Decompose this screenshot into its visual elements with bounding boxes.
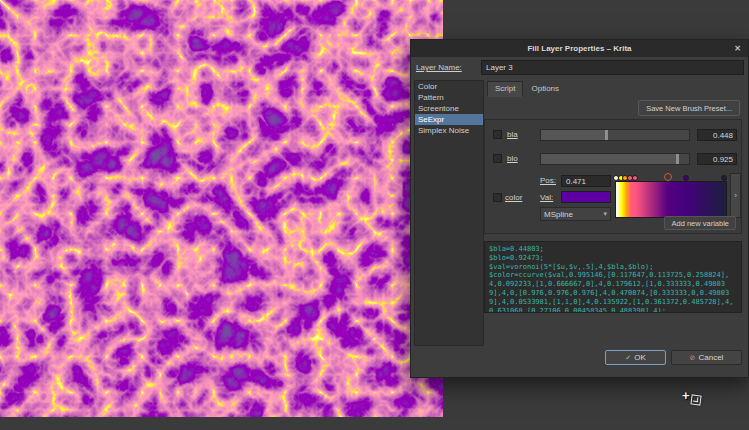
bla-label: bla xyxy=(507,130,518,139)
list-item-simplex-noise[interactable]: Simplex Noise xyxy=(415,125,483,136)
save-new-brush-preset-button[interactable]: Save New Brush Preset... xyxy=(638,100,740,116)
list-item-seexpr[interactable]: SeExpr xyxy=(415,114,483,125)
color-label: color xyxy=(505,193,522,202)
gradient-stop-marker[interactable] xyxy=(664,173,672,181)
interpolation-value: MSpline xyxy=(544,210,573,219)
cancel-button-label: Cancel xyxy=(698,353,723,362)
layer-name-input[interactable]: Layer 3 xyxy=(481,60,744,75)
ok-button-label: OK xyxy=(634,353,646,362)
dialog-titlebar[interactable]: Fill Layer Properties – Krita ✕ xyxy=(411,40,748,57)
blo-slider[interactable] xyxy=(540,153,690,165)
bla-value-box[interactable]: 0.448 xyxy=(697,129,737,141)
val-color-swatch[interactable] xyxy=(561,191,611,203)
interpolation-dropdown[interactable]: MSpline ▾ xyxy=(540,207,611,221)
gradient-expand-button[interactable]: › xyxy=(730,173,741,218)
list-item-pattern[interactable]: Pattern xyxy=(415,92,483,103)
color-checkbox[interactable] xyxy=(493,193,502,202)
generator-type-list: Color Pattern Screentone SeExpr Simplex … xyxy=(414,80,484,346)
list-item-color[interactable]: Color xyxy=(415,81,483,92)
krita-canvas[interactable] xyxy=(0,0,443,417)
layer-name-label: Layer Name: xyxy=(416,63,462,72)
tab-script[interactable]: Script xyxy=(487,81,523,97)
blo-slider-handle[interactable] xyxy=(676,154,679,164)
cancel-icon: ⊘ xyxy=(690,354,696,362)
mouse-cursor: + xyxy=(682,386,690,404)
crosshair-cursor-icon: + xyxy=(682,388,690,403)
bla-slider[interactable] xyxy=(540,129,690,141)
add-new-variable-button[interactable]: Add new variable xyxy=(664,216,736,230)
blo-slider-fill xyxy=(541,154,678,164)
list-item-screentone[interactable]: Screentone xyxy=(415,103,483,114)
pos-input[interactable]: 0.471 xyxy=(561,175,611,187)
cancel-button[interactable]: ⊘ Cancel xyxy=(671,350,742,365)
chevron-down-icon: ▾ xyxy=(603,210,607,218)
val-label: Val: xyxy=(540,193,553,202)
gradient-stop-markers[interactable] xyxy=(615,173,727,181)
blo-value-box[interactable]: 0.925 xyxy=(697,153,737,165)
seexpr-script-text: $bla=0.44803; $blo=0.92473; $val=voronoi… xyxy=(489,245,737,313)
tab-bar: Script Options xyxy=(487,81,567,97)
variables-panel: bla 0.448 blo 0.925 color Pos: 0.471 Val… xyxy=(484,119,742,234)
gradient-editor xyxy=(615,173,727,218)
ok-button[interactable]: ✓ OK xyxy=(605,350,666,365)
blo-label: blo xyxy=(507,154,518,163)
close-icon[interactable]: ✕ xyxy=(732,43,743,54)
check-icon: ✓ xyxy=(625,354,631,362)
gradient-strip[interactable] xyxy=(615,181,727,218)
expand-arrow-icon: › xyxy=(734,191,737,200)
seexpr-noise-texture xyxy=(0,0,443,417)
layer-name-value: Layer 3 xyxy=(486,63,513,72)
fill-layer-properties-dialog: Fill Layer Properties – Krita ✕ Layer Na… xyxy=(410,39,749,378)
tool-badge-icon xyxy=(690,394,701,405)
script-editor[interactable]: $bla=0.44803; $blo=0.92473; $val=voronoi… xyxy=(484,241,742,313)
bla-slider-fill xyxy=(541,130,607,140)
pos-label: Pos: xyxy=(540,176,556,185)
tab-options[interactable]: Options xyxy=(523,81,567,97)
bla-checkbox[interactable] xyxy=(493,130,502,139)
dialog-title: Fill Layer Properties – Krita xyxy=(527,44,631,53)
blo-checkbox[interactable] xyxy=(493,154,502,163)
bla-slider-handle[interactable] xyxy=(605,130,608,140)
